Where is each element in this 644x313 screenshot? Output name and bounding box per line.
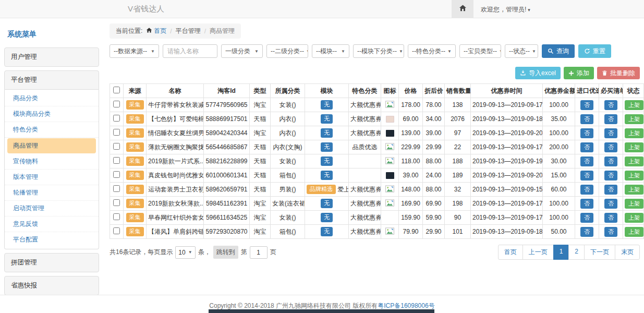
icp-link[interactable]: 粤ICP备16098006号 xyxy=(378,302,434,309)
import-excel-button[interactable]: 导入excel xyxy=(515,67,561,79)
must-buy-toggle[interactable]: 否 xyxy=(604,100,617,110)
filter-select-0[interactable]: --数据来源--▼ xyxy=(110,44,159,58)
select-all-checkbox[interactable] xyxy=(113,87,120,93)
row-checkbox[interactable] xyxy=(113,199,120,206)
must-buy-toggle[interactable]: 否 xyxy=(604,156,617,166)
pager-item-下一页[interactable]: 下一页 xyxy=(584,245,615,260)
status-toggle[interactable]: 上架 xyxy=(625,156,643,166)
import-choice-toggle[interactable]: 否 xyxy=(580,114,593,124)
import-choice-cell: 否 xyxy=(575,98,599,112)
filter-select-7[interactable]: --宝贝类型--▼ xyxy=(459,44,501,58)
pager-item-末页[interactable]: 末页 xyxy=(615,245,640,260)
name-search-input[interactable] xyxy=(163,44,217,58)
import-choice-toggle[interactable]: 否 xyxy=(580,156,593,166)
sidebar-item-10[interactable]: 意见反馈 xyxy=(5,216,99,232)
must-buy-toggle[interactable]: 否 xyxy=(604,213,617,223)
status-toggle[interactable]: 上架 xyxy=(625,128,643,138)
feature-cell: 大额优惠券 xyxy=(349,197,381,211)
chevron-down-icon: ▼ xyxy=(341,49,345,54)
sidebar-item-11[interactable]: 平台配置 xyxy=(5,232,99,247)
sidebar-item-9[interactable]: 启动页管理 xyxy=(5,201,99,216)
import-choice-toggle[interactable]: 否 xyxy=(580,100,593,110)
batch-delete-button[interactable]: 批量删除 xyxy=(597,67,640,79)
coupon-time-cell: 2019-09-13—2019-09-17 xyxy=(471,211,543,225)
status-toggle[interactable]: 上架 xyxy=(625,227,643,237)
sidebar-item-6[interactable]: 宣传物料 xyxy=(5,154,99,170)
row-checkbox[interactable] xyxy=(113,185,120,192)
sidebar-group-1[interactable]: 平台管理 xyxy=(4,70,99,90)
module-badge: 无 xyxy=(321,227,333,236)
pager-item-上一页[interactable]: 上一页 xyxy=(523,245,554,260)
name-cell: 早春网红针织外套女春... xyxy=(147,211,204,225)
import-choice-toggle[interactable]: 否 xyxy=(580,213,593,223)
must-buy-toggle[interactable]: 否 xyxy=(604,128,617,138)
status-toggle[interactable]: 上架 xyxy=(625,100,643,110)
import-choice-toggle[interactable]: 否 xyxy=(580,227,593,237)
pager-item-1[interactable]: 1 xyxy=(553,245,569,260)
icon-cell xyxy=(381,168,399,183)
feature-cell: 大额优惠券 xyxy=(349,225,381,239)
sidebar-group-0[interactable]: 用户管理 xyxy=(4,47,99,67)
category-cell: 内衣() xyxy=(271,126,305,140)
app-title: V省钱达人 xyxy=(128,4,164,14)
must-buy-toggle[interactable]: 否 xyxy=(604,114,617,124)
sidebar-item-5[interactable]: 商品管理 xyxy=(7,138,96,153)
price-cell: 178.00 xyxy=(399,98,423,112)
home-button[interactable] xyxy=(452,0,473,18)
status-toggle[interactable]: 上架 xyxy=(625,199,643,209)
import-choice-toggle[interactable]: 否 xyxy=(580,171,593,180)
filter-select-3[interactable]: --二级分类--▼ xyxy=(266,44,308,58)
per-page-select[interactable]: 10 ▼ xyxy=(175,246,195,259)
price-cell: 69.00 xyxy=(399,112,423,126)
discount-price-cell: 24.00 xyxy=(423,168,445,183)
filter-select-5[interactable]: --模块下分类--▼ xyxy=(353,44,404,58)
pager-item-2[interactable]: 2 xyxy=(568,245,585,260)
filter-select-2[interactable]: 一级分类▼ xyxy=(221,44,263,58)
user-menu[interactable]: 欢迎您，管理员!▾ xyxy=(481,5,530,14)
add-button[interactable]: 添加 xyxy=(564,67,594,79)
row-checkbox[interactable] xyxy=(113,143,120,150)
reset-button[interactable]: 重置 xyxy=(578,44,611,58)
must-buy-cell: 否 xyxy=(599,197,623,211)
row-checkbox[interactable] xyxy=(113,101,120,107)
sidebar-group-12[interactable]: 拼团管理 xyxy=(4,253,99,272)
breadcrumb-home-link[interactable]: 首页 xyxy=(146,27,166,35)
must-buy-toggle[interactable]: 否 xyxy=(604,142,617,152)
import-choice-toggle[interactable]: 否 xyxy=(580,185,593,195)
module-badge: 无 xyxy=(321,171,333,180)
filter-select-4[interactable]: --模块--▼ xyxy=(312,44,349,58)
row-checkbox[interactable] xyxy=(113,129,120,136)
sidebar-item-4[interactable]: 特色分类 xyxy=(5,122,99,138)
sidebar-item-2[interactable]: 商品分类 xyxy=(5,91,99,106)
must-buy-toggle[interactable]: 否 xyxy=(604,199,617,209)
import-choice-toggle[interactable]: 否 xyxy=(580,142,593,152)
status-toggle[interactable]: 上架 xyxy=(625,142,643,152)
import-choice-toggle[interactable]: 否 xyxy=(580,128,593,138)
row-checkbox[interactable] xyxy=(113,171,120,178)
sidebar-item-7[interactable]: 版本管理 xyxy=(5,170,99,185)
status-toggle[interactable]: 上架 xyxy=(625,171,643,180)
jump-button[interactable]: 跳转到 xyxy=(213,246,238,259)
sidebar-item-3[interactable]: 模块商品分类 xyxy=(5,106,99,122)
sidebar-group-13[interactable]: 省惠快报 xyxy=(4,276,99,295)
home-icon xyxy=(146,27,152,35)
status-toggle[interactable]: 上架 xyxy=(625,213,643,223)
status-toggle[interactable]: 上架 xyxy=(625,185,643,195)
search-button[interactable]: 查询 xyxy=(542,44,575,58)
row-checkbox[interactable] xyxy=(113,227,120,234)
import-choice-toggle[interactable]: 否 xyxy=(580,199,593,209)
sidebar-item-8[interactable]: 轮播管理 xyxy=(5,185,99,201)
must-buy-toggle[interactable]: 否 xyxy=(604,227,617,237)
status-toggle[interactable]: 上架 xyxy=(625,114,643,124)
filter-select-6[interactable]: --特色分类--▼ xyxy=(408,44,456,58)
column-header: 销售数量 xyxy=(445,84,471,98)
row-checkbox[interactable] xyxy=(113,157,120,164)
must-buy-toggle[interactable]: 否 xyxy=(604,185,617,195)
row-checkbox[interactable] xyxy=(113,213,120,220)
row-select-cell xyxy=(110,154,124,168)
must-buy-toggle[interactable]: 否 xyxy=(604,171,617,180)
row-checkbox[interactable] xyxy=(113,115,120,122)
page-number-input[interactable] xyxy=(250,246,268,259)
filter-select-8[interactable]: --状态--▼ xyxy=(505,44,538,58)
pager-item-首页[interactable]: 首页 xyxy=(498,245,523,260)
